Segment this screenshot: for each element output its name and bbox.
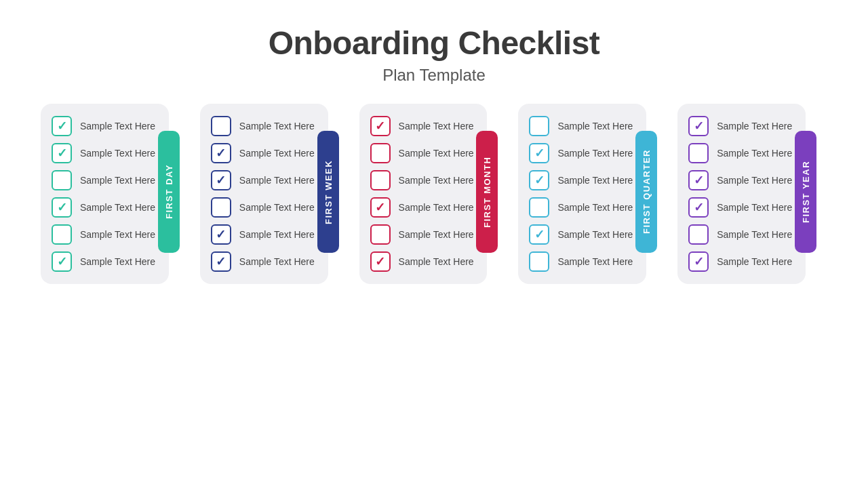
column-first-day: Sample Text HereSample Text HereSample T…	[41, 104, 191, 284]
item-text: Sample Text Here	[399, 148, 474, 159]
column-first-week: Sample Text HereSample Text HereSample T…	[200, 104, 350, 284]
page-title: Onboarding Checklist	[269, 24, 600, 62]
column-first-month: Sample Text HereSample Text HereSample T…	[359, 104, 509, 284]
checkbox[interactable]	[52, 224, 72, 245]
checkbox[interactable]	[370, 116, 391, 136]
checkbox[interactable]	[52, 197, 72, 218]
card-first-week: Sample Text HereSample Text HereSample T…	[200, 104, 328, 284]
item-text: Sample Text Here	[557, 229, 633, 240]
tab-label-first-month: FIRST MONTH	[476, 131, 498, 253]
checkbox[interactable]	[688, 116, 709, 136]
tab-label-first-year: FIRST YEAR	[795, 131, 816, 253]
checkbox[interactable]	[52, 116, 72, 136]
checkbox[interactable]	[370, 251, 391, 272]
list-item: Sample Text Here	[370, 251, 477, 272]
checkbox[interactable]	[688, 224, 709, 245]
column-first-year: Sample Text HereSample Text HereSample T…	[677, 104, 827, 284]
list-item: Sample Text Here	[688, 224, 795, 245]
list-item: Sample Text Here	[52, 251, 158, 272]
item-text: Sample Text Here	[557, 121, 633, 131]
checkbox[interactable]	[688, 251, 709, 272]
list-item: Sample Text Here	[211, 143, 317, 163]
item-text: Sample Text Here	[239, 256, 315, 267]
checkbox[interactable]	[688, 143, 709, 163]
list-item: Sample Text Here	[529, 143, 635, 163]
card-first-day: Sample Text HereSample Text HereSample T…	[41, 104, 169, 284]
item-text: Sample Text Here	[557, 175, 633, 186]
checkbox[interactable]	[370, 170, 391, 190]
checkbox[interactable]	[211, 143, 231, 163]
list-item: Sample Text Here	[370, 116, 477, 136]
checkbox[interactable]	[529, 197, 549, 218]
list-item: Sample Text Here	[688, 170, 795, 190]
item-text: Sample Text Here	[239, 121, 315, 131]
item-text: Sample Text Here	[80, 148, 155, 159]
item-text: Sample Text Here	[717, 121, 792, 131]
checkbox[interactable]	[52, 251, 72, 272]
list-item: Sample Text Here	[211, 116, 317, 136]
item-text: Sample Text Here	[557, 202, 633, 213]
checkbox[interactable]	[211, 251, 231, 272]
list-item: Sample Text Here	[52, 143, 158, 163]
card-first-quarter: Sample Text HereSample Text HereSample T…	[518, 104, 646, 284]
checkbox[interactable]	[688, 170, 709, 190]
checkbox[interactable]	[688, 197, 709, 218]
item-text: Sample Text Here	[399, 202, 474, 213]
list-item: Sample Text Here	[52, 224, 158, 245]
checkbox[interactable]	[211, 116, 231, 136]
list-item: Sample Text Here	[211, 197, 317, 218]
tab-label-first-week: FIRST WEEK	[317, 131, 339, 253]
item-text: Sample Text Here	[239, 148, 315, 159]
card-first-month: Sample Text HereSample Text HereSample T…	[359, 104, 488, 284]
item-text: Sample Text Here	[717, 256, 792, 267]
columns-container: Sample Text HereSample Text HereSample T…	[0, 104, 868, 284]
item-text: Sample Text Here	[80, 256, 155, 267]
checkbox[interactable]	[529, 143, 549, 163]
item-text: Sample Text Here	[399, 229, 474, 240]
checkbox[interactable]	[211, 197, 231, 218]
item-text: Sample Text Here	[239, 229, 315, 240]
card-first-year: Sample Text HereSample Text HereSample T…	[677, 104, 806, 284]
item-text: Sample Text Here	[239, 175, 315, 186]
list-item: Sample Text Here	[529, 251, 635, 272]
list-item: Sample Text Here	[52, 170, 158, 190]
list-item: Sample Text Here	[529, 224, 635, 245]
list-item: Sample Text Here	[688, 116, 795, 136]
checkbox[interactable]	[52, 143, 72, 163]
item-text: Sample Text Here	[399, 256, 474, 267]
list-item: Sample Text Here	[52, 197, 158, 218]
checkbox[interactable]	[370, 197, 391, 218]
item-text: Sample Text Here	[717, 148, 792, 159]
checkbox[interactable]	[529, 116, 549, 136]
checkbox[interactable]	[529, 224, 549, 245]
list-item: Sample Text Here	[370, 170, 477, 190]
item-text: Sample Text Here	[717, 229, 792, 240]
checkbox[interactable]	[52, 170, 72, 190]
item-text: Sample Text Here	[557, 256, 633, 267]
list-item: Sample Text Here	[529, 116, 635, 136]
column-first-quarter: Sample Text HereSample Text HereSample T…	[518, 104, 668, 284]
item-text: Sample Text Here	[80, 121, 155, 131]
list-item: Sample Text Here	[211, 170, 317, 190]
list-item: Sample Text Here	[370, 224, 477, 245]
list-item: Sample Text Here	[529, 170, 635, 190]
checkbox[interactable]	[370, 224, 391, 245]
checkbox[interactable]	[529, 170, 549, 190]
list-item: Sample Text Here	[370, 197, 477, 218]
checkbox[interactable]	[529, 251, 549, 272]
checkbox[interactable]	[211, 170, 231, 190]
tab-label-first-quarter: FIRST QUARTER	[635, 131, 657, 253]
page-subtitle: Plan Template	[269, 66, 600, 85]
list-item: Sample Text Here	[688, 197, 795, 218]
item-text: Sample Text Here	[399, 175, 474, 186]
checkbox[interactable]	[370, 143, 391, 163]
list-item: Sample Text Here	[688, 251, 795, 272]
item-text: Sample Text Here	[80, 175, 155, 186]
list-item: Sample Text Here	[52, 116, 158, 136]
list-item: Sample Text Here	[529, 197, 635, 218]
item-text: Sample Text Here	[80, 202, 155, 213]
item-text: Sample Text Here	[80, 229, 155, 240]
list-item: Sample Text Here	[211, 251, 317, 272]
checkbox[interactable]	[211, 224, 231, 245]
item-text: Sample Text Here	[717, 175, 792, 186]
